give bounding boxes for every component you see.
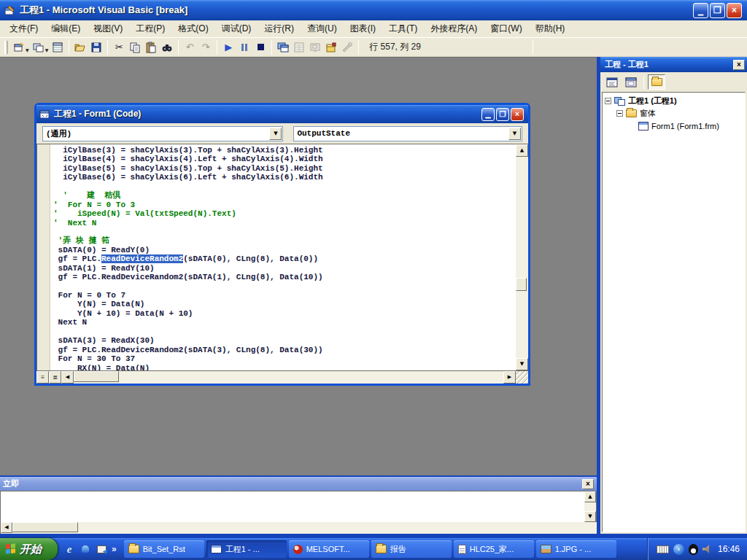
menu-item-12[interactable]: 帮助(H) [529,20,572,37]
qq-icon[interactable] [689,544,698,555]
immediate-close-icon[interactable]: × [582,479,594,489]
immediate-hscroll-thumb[interactable] [12,522,78,532]
task-button-2[interactable]: MELSOFT... [289,540,369,558]
tree-item-form1[interactable]: Form1 (Form1.frm) [605,120,745,132]
code-vertical-scrollbar[interactable]: ▲ ▼ [516,144,528,370]
quick-launch-overflow-icon[interactable]: » [112,544,117,554]
close-button[interactable]: × [727,3,742,18]
properties-window-icon[interactable] [291,39,307,55]
menu-item-5[interactable]: 调试(D) [215,20,258,37]
immediate-scroll-left-icon[interactable]: ◀ [1,522,12,533]
immediate-titlebar[interactable]: 立即 × [0,477,597,491]
object-combo[interactable]: (通用) ▼ [42,126,283,141]
view-code-button[interactable] [603,74,621,90]
internet-explorer-icon[interactable]: e [63,543,75,555]
resize-grip[interactable] [516,371,528,384]
find-icon[interactable] [159,39,175,55]
image-icon [541,545,551,553]
toggle-folders-button[interactable] [648,74,665,90]
code-close-button[interactable]: × [511,108,524,121]
tree-item-project[interactable]: 工程1 (工程1) [605,95,745,107]
tree-item-forms-folder[interactable]: 窗体 [605,107,745,120]
start-button[interactable]: 开始 [0,538,58,560]
add-project-dropdown-icon[interactable]: ▼ [45,47,49,52]
menu-item-1[interactable]: 编辑(E) [44,20,87,37]
procedure-combo-dropdown-icon[interactable]: ▼ [508,128,521,140]
add-form-dropdown-icon[interactable]: ▼ [26,47,29,52]
code-horizontal-scrollbar[interactable]: ◀ ▶ [61,371,516,384]
undo-icon[interactable]: ↶ [182,39,198,55]
task-button-0[interactable]: Bit_Set_Rst [124,540,204,558]
toolbox-icon[interactable] [339,39,355,55]
task-button-3[interactable]: 报告 [371,540,452,558]
code-window-titlebar[interactable]: 工程1 - Form1 (Code) ▁ ❐ × [36,105,528,123]
immediate-horizontal-scrollbar[interactable]: ◀ [0,522,597,534]
end-icon[interactable] [252,39,268,55]
open-project-icon[interactable] [72,39,88,55]
scroll-right-icon[interactable]: ▶ [503,371,516,384]
menu-item-7[interactable]: 查询(U) [301,20,344,37]
vscroll-thumb[interactable] [516,278,527,291]
paste-icon[interactable] [143,39,159,55]
menu-item-9[interactable]: 工具(T) [382,20,424,37]
collapse-icon[interactable] [616,110,623,117]
maximize-button[interactable]: ❐ [710,3,725,18]
code-editor[interactable]: iCylBase(3) = shaCylAxis(3).Top + shaCyl… [50,144,516,370]
menu-item-10[interactable]: 外接程序(A) [424,20,484,37]
menu-item-4[interactable]: 格式(O) [171,20,214,37]
form-icon [638,122,649,131]
task-button-4[interactable]: HLC25_家... [454,540,534,558]
immediate-vertical-scrollbar[interactable]: ▲ ▼ [584,491,596,522]
menu-item-11[interactable]: 窗口(W) [484,20,528,37]
cut-icon[interactable]: ✂ [111,39,127,55]
add-form-icon[interactable] [11,39,27,55]
volume-icon[interactable] [703,545,712,553]
full-module-view-button[interactable]: ≣ [49,371,61,384]
scroll-left-icon[interactable]: ◀ [61,371,74,384]
hscroll-thumb[interactable] [74,371,119,382]
toolbar-grip[interactable] [4,41,8,54]
copy-icon[interactable] [127,39,143,55]
view-object-button[interactable] [622,74,640,90]
main-titlebar[interactable]: 工程1 - Microsoft Visual Basic [break] ▁ ❐… [0,0,747,20]
tray-collapse-icon[interactable]: ‹ [673,544,684,555]
break-icon[interactable] [236,39,252,55]
add-project-icon[interactable] [31,39,47,55]
run-icon[interactable]: ▶ [220,39,236,55]
form-layout-icon[interactable] [307,39,323,55]
project-panel-titlebar[interactable]: 工程 - 工程1 × [600,57,747,72]
procedure-combo[interactable]: OutputState ▼ [293,126,522,141]
redo-icon[interactable]: ↷ [198,39,214,55]
menu-item-3[interactable]: 工程(P) [129,20,171,37]
task-button-5[interactable]: 1.JPG - ... [536,540,616,558]
folder-icon [651,78,662,86]
scroll-up-icon[interactable]: ▲ [516,144,528,157]
immediate-scroll-up-icon[interactable]: ▲ [584,491,596,502]
scroll-down-icon[interactable]: ▼ [516,358,528,370]
code-minimize-button[interactable]: ▁ [481,108,495,121]
immediate-scroll-down-icon[interactable]: ▼ [584,511,596,522]
project-explorer-icon[interactable] [275,39,291,55]
project-panel-close-icon[interactable]: × [733,60,745,70]
menu-editor-icon[interactable] [50,39,66,55]
code-maximize-button[interactable]: ❐ [496,108,509,121]
code-margin-strip[interactable] [37,144,50,370]
save-icon[interactable] [88,39,104,55]
collapse-icon[interactable] [605,98,611,104]
code-combo-row: (通用) ▼ OutputState ▼ [36,123,528,144]
menu-item-2[interactable]: 视图(V) [87,20,129,37]
messenger-icon[interactable] [80,543,91,555]
menu-item-6[interactable]: 运行(R) [258,20,301,37]
minimize-button[interactable]: ▁ [693,3,708,18]
menu-item-8[interactable]: 图表(I) [344,20,382,37]
task-button-1[interactable]: 工程1 - ... [206,540,287,558]
code-line: gf = PLC.ReadDeviceRandom2(sDATA(3), CLn… [53,346,516,354]
immediate-input-area[interactable] [1,491,584,522]
input-method-icon[interactable] [657,545,669,553]
system-tray: ‹ 16:46 [647,538,747,560]
procedure-view-button[interactable]: ≡ [36,371,49,384]
object-browser-icon[interactable] [323,39,339,55]
menu-item-0[interactable]: 文件(F) [3,20,44,37]
object-combo-dropdown-icon[interactable]: ▼ [269,128,282,140]
mail-icon[interactable] [96,543,107,555]
